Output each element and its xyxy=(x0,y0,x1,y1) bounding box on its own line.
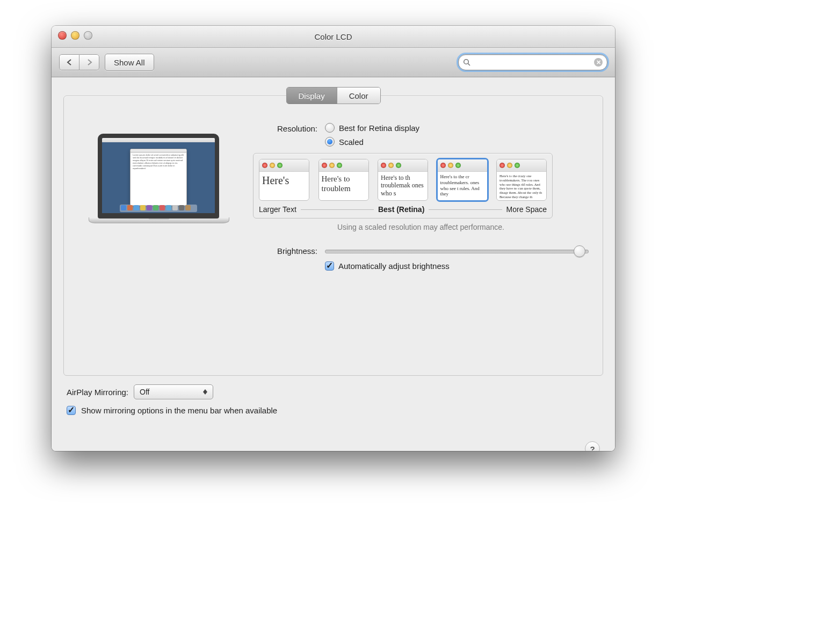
resolution-scaled-label: Scaled xyxy=(339,137,364,147)
brightness-slider[interactable] xyxy=(325,245,589,256)
resolution-thumb-1[interactable]: Here's xyxy=(259,159,309,201)
resolution-note: Using a scaled resolution may affect per… xyxy=(253,223,589,231)
tab-color-label: Color xyxy=(349,91,368,100)
content: Display Color Lorem ipsum dolor sit amet… xyxy=(52,77,615,451)
nav-segment xyxy=(59,54,99,70)
window-minimize-icon[interactable] xyxy=(71,31,79,40)
resolution-thumb-3-text: Here's to th troublemak ones who s xyxy=(378,172,428,200)
display-panel: Display Color Lorem ipsum dolor sit amet… xyxy=(63,96,603,376)
tab-display[interactable]: Display xyxy=(286,88,337,104)
show-all-button[interactable]: Show All xyxy=(105,54,154,71)
menu-bar-mirroring-checkbox[interactable] xyxy=(67,406,76,415)
resolution-thumb-5-text: Here's to the crazy one troublemakers. T… xyxy=(497,172,546,200)
svg-point-0 xyxy=(464,60,469,64)
display-preview: Lorem ipsum dolor sit amet consectetur a… xyxy=(78,123,239,365)
resolution-thumb-5[interactable]: Here's to the crazy one troublemakers. T… xyxy=(496,159,547,201)
auto-brightness-label: Automatically adjust brightness xyxy=(338,261,450,271)
window-zoom-icon[interactable] xyxy=(84,31,92,40)
resolution-scaled-radio[interactable] xyxy=(325,137,335,147)
search-icon xyxy=(463,59,470,66)
search-clear-icon[interactable]: ✕ xyxy=(594,58,603,67)
resolution-scaled-option[interactable]: Scaled xyxy=(325,137,419,147)
tab-display-label: Display xyxy=(298,91,324,100)
resolution-thumb-2[interactable]: Here's to troublem xyxy=(318,159,369,201)
resolution-label-right: More Space xyxy=(506,205,547,214)
resolution-thumb-4-text: Here's to the cr troublemakers. ones who… xyxy=(438,172,487,200)
resolution-thumb-3[interactable]: Here's to th troublemak ones who s xyxy=(378,159,428,201)
resolution-label: Resolution: xyxy=(253,123,317,133)
airplay-label: AirPlay Mirroring: xyxy=(67,388,128,397)
laptop-screen-icon: Lorem ipsum dolor sit amet consectetur a… xyxy=(98,134,219,218)
auto-brightness-checkbox[interactable] xyxy=(325,261,334,271)
search-input[interactable] xyxy=(474,57,591,67)
resolution-best-radio[interactable] xyxy=(325,123,335,133)
window-title: Color LCD xyxy=(314,32,352,41)
brightness-slider-knob[interactable] xyxy=(574,245,585,257)
resolution-best-option[interactable]: Best for Retina display xyxy=(325,123,419,133)
window-close-icon[interactable] xyxy=(58,31,67,40)
resolution-thumb-2-text: Here's to troublem xyxy=(319,172,368,200)
back-button[interactable] xyxy=(59,54,79,70)
search-field[interactable]: ✕ xyxy=(458,54,607,70)
airplay-value: Off xyxy=(140,388,149,396)
resolution-label-center: Best (Retina) xyxy=(378,205,424,214)
tab-color[interactable]: Color xyxy=(337,88,380,104)
airplay-popup[interactable]: Off xyxy=(134,384,213,399)
menu-bar-mirroring-label: Show mirroring options in the menu bar w… xyxy=(81,406,277,415)
resolution-best-label: Best for Retina display xyxy=(339,123,419,133)
resolution-label-left: Larger Text xyxy=(259,205,296,214)
show-all-label: Show All xyxy=(114,58,145,67)
titlebar: Color LCD xyxy=(52,26,615,48)
resolution-options: Here's Here's to troublem Here's to th t… xyxy=(253,153,553,218)
help-button[interactable]: ? xyxy=(585,441,600,451)
preferences-window: Color LCD Show All ✕ xyxy=(52,26,615,451)
tabbar: Display Color xyxy=(286,87,380,104)
svg-line-1 xyxy=(468,63,470,65)
brightness-label: Brightness: xyxy=(253,246,317,256)
toolbar: Show All ✕ xyxy=(52,48,615,77)
popup-caret-icon xyxy=(201,389,209,395)
resolution-thumb-1-text: Here's xyxy=(259,172,309,200)
forward-button[interactable] xyxy=(79,54,99,70)
resolution-thumb-4[interactable]: Here's to the cr troublemakers. ones who… xyxy=(436,158,489,202)
